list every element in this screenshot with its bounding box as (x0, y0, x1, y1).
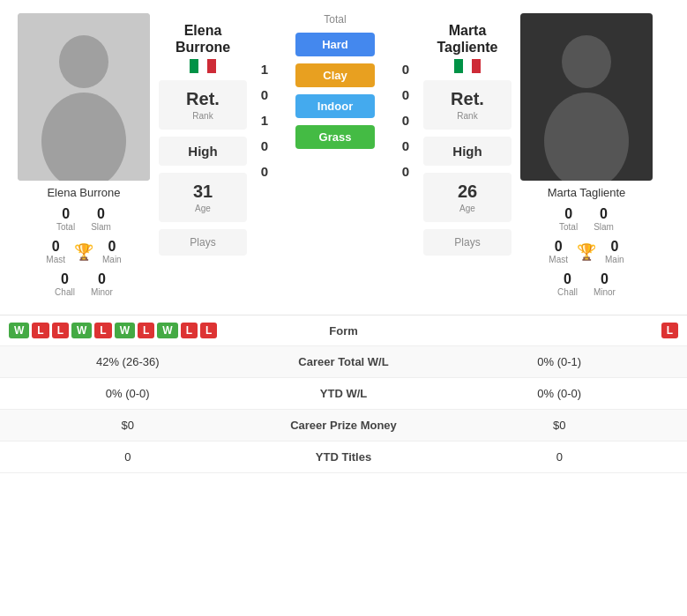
form-badge-p1: W (71, 323, 92, 338)
indoor-score-right: 0 (402, 138, 409, 153)
player1-minor-val: 0 (98, 271, 106, 287)
player1-high-box: High (159, 137, 247, 166)
indoor-score-left: 0 (261, 138, 268, 153)
player2-chall-val: 0 (564, 271, 571, 287)
stats-row: 42% (26-36) Career Total W/L 0% (0-1) (0, 346, 687, 378)
hard-score-right: 0 (402, 87, 409, 102)
form-badge-p1: W (157, 323, 177, 338)
form-row: WLLWLWLWLL Form L (0, 315, 687, 346)
center-court-col: Total Hard Clay Indoor Grass (282, 13, 388, 297)
player2-minor: 0 Minor (594, 271, 616, 297)
player2-name-line1: Marta (449, 22, 487, 39)
player2-rank-label: Rank (436, 111, 499, 121)
player1-mast: 0 Mast (46, 239, 65, 264)
player2-slam: 0 Slam (594, 206, 614, 232)
hard-btn-row: Hard (295, 33, 375, 56)
player2-stats-bottom: 0 Chall 0 Minor (557, 271, 616, 297)
form-badge-p1: L (181, 323, 198, 338)
stat-center-label: YTD W/L (247, 387, 441, 400)
stat-left-val: 42% (26-36) (9, 355, 247, 368)
stat-right-val: 0 (441, 450, 679, 464)
player2-stats-top: 0 Total 0 Slam (559, 206, 614, 232)
stats-row: 0 YTD Titles 0 (0, 442, 687, 473)
player2-chall: 0 Chall (557, 271, 578, 297)
player1-stats-top: 0 Total 0 Slam (56, 206, 111, 232)
player2-total: 0 Total (559, 206, 578, 232)
player1-plays-box: Plays (159, 229, 247, 256)
stat-right-val: $0 (441, 419, 679, 432)
grass-score-right: 0 (402, 164, 409, 179)
grass-button[interactable]: Grass (295, 125, 375, 149)
hard-button[interactable]: Hard (295, 33, 375, 56)
clay-button[interactable]: Clay (295, 63, 375, 87)
player1-photo (18, 13, 150, 181)
player2-minor-label: Minor (594, 287, 616, 297)
form-badge-p2: L (661, 323, 678, 338)
player2-total-label: Total (559, 222, 578, 232)
clay-btn-row: Clay (295, 63, 375, 87)
player1-form-badges: WLLWLWLWLL (9, 323, 247, 338)
stat-left-val: 0 (9, 450, 247, 464)
player1-name-line1: Elena (184, 22, 222, 39)
player2-main-label: Main (605, 255, 624, 264)
indoor-button[interactable]: Indoor (295, 94, 375, 118)
player1-slam-val: 0 (97, 206, 105, 222)
form-badge-p1: L (52, 323, 69, 338)
player2-main-val: 0 (610, 239, 618, 255)
player2-rank-box: Ret. Rank (423, 80, 512, 130)
total-score-left: 1 (261, 62, 268, 77)
player1-total: 0 Total (56, 206, 75, 232)
total-score-right: 0 (402, 62, 409, 77)
player1-total-label: Total (56, 222, 75, 232)
indoor-btn-row: Indoor (295, 94, 375, 118)
player2-minor-val: 0 (601, 271, 609, 287)
player2-card: Marta Tagliente 0 Total 0 Slam 0 Mast 🏆 (512, 13, 661, 297)
stats-rows: 42% (26-36) Career Total W/L 0% (0-1) 0%… (0, 346, 687, 473)
player2-main: 0 Main (605, 239, 624, 264)
player1-trophy-icon: 🏆 (74, 242, 93, 262)
player1-age-label: Age (171, 204, 235, 213)
main-container: Elena Burrone 0 Total 0 Slam 0 Mast 🏆 (0, 0, 687, 473)
total-row: Total (324, 13, 346, 26)
form-badge-p1: W (9, 323, 29, 338)
player2-rank-val: Ret. (436, 89, 499, 109)
hard-score-left: 0 (261, 87, 268, 102)
player1-chall: 0 Chall (55, 271, 75, 297)
player1-chall-label: Chall (55, 287, 75, 297)
player1-minor-label: Minor (91, 287, 113, 297)
form-badge-p1: L (200, 323, 217, 338)
player1-card: Elena Burrone 0 Total 0 Slam 0 Mast 🏆 (9, 13, 159, 297)
stat-center-label: YTD Titles (247, 450, 441, 464)
right-score-col: 0 0 0 0 0 (388, 13, 423, 297)
player1-minor: 0 Minor (91, 271, 113, 297)
player2-trophy-row: 0 Mast 🏆 0 Main (549, 239, 624, 264)
player2-mast: 0 Mast (549, 239, 568, 264)
player2-plays-box: Plays (423, 229, 512, 256)
player1-slam-label: Slam (91, 222, 111, 232)
clay-score-left: 1 (261, 113, 268, 128)
stat-left-val: 0% (0-0) (9, 387, 247, 400)
player1-flag (190, 59, 216, 73)
player1-high-val: High (171, 144, 235, 159)
player2-age-val: 26 (436, 182, 499, 202)
stat-right-val: 0% (0-1) (441, 355, 679, 368)
stat-right-val: 0% (0-0) (441, 387, 679, 400)
player2-trophy-icon: 🏆 (577, 242, 596, 262)
player1-main-label: Main (102, 255, 122, 264)
player1-rank-label: Rank (171, 111, 235, 121)
player1-center-info: Elena Burrone Ret. Rank High 31 Age Play… (159, 13, 247, 297)
player2-center-info: Marta Tagliente Ret. Rank High 26 Age Pl… (423, 13, 512, 297)
player2-plays-label: Plays (436, 236, 499, 249)
player2-name-line2: Tagliente (437, 39, 497, 56)
player2-name: Marta Tagliente (548, 186, 626, 199)
player1-plays-label: Plays (171, 236, 235, 249)
total-label: Total (324, 13, 346, 26)
form-badge-p1: L (138, 323, 154, 338)
player2-high-val: High (436, 144, 499, 159)
clay-score-right: 0 (402, 113, 409, 128)
player2-chall-label: Chall (557, 287, 578, 297)
player1-name-line2: Burrone (175, 39, 230, 56)
player1-age-box: 31 Age (159, 173, 247, 222)
player2-slam-label: Slam (594, 222, 614, 232)
stat-left-val: $0 (9, 419, 247, 432)
